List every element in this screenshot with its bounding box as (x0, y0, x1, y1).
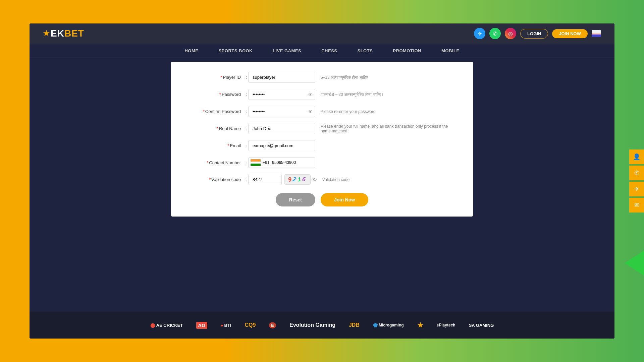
phone-flag-icon (251, 159, 261, 166)
required-marker: * (203, 109, 205, 114)
confirm-password-input-wrapper: 👁 (248, 106, 315, 117)
email-label: *Email (191, 143, 245, 148)
sidebar-user-button[interactable]: 👤 (629, 149, 644, 164)
language-flag-icon[interactable] (592, 30, 601, 37)
player-id-hint: 5–13 अल्फान्यूमेरिक होना चाहिए (321, 75, 453, 80)
player-id-row: *Player ID : 5–13 अल्फान्यूमेरिक होना चा… (191, 72, 453, 83)
nav-item-chess[interactable]: CHESS (321, 48, 337, 53)
captcha-digit-4: 6 (302, 176, 308, 183)
partner-sa-gaming: SA GAMING (469, 323, 494, 328)
arrow-svg (621, 241, 644, 285)
confirm-password-eye-icon[interactable]: 👁 (308, 109, 313, 114)
nav-item-livegames[interactable]: LIVE GAMES (273, 48, 301, 53)
user-icon: 👤 (633, 153, 640, 161)
registration-form: *Player ID : 5–13 अल्फान्यूमेरिक होना चा… (171, 62, 473, 217)
nav-item-mobile[interactable]: MOBILE (441, 48, 460, 53)
header-right: ✈ ✆ ◎ LOGIN JOIN NOW (474, 28, 601, 39)
validation-input-area: 9216 ↻ (248, 174, 317, 185)
reset-button[interactable]: Reset (276, 193, 315, 206)
telegram-icon[interactable]: ✈ (474, 28, 485, 39)
real-name-hint: Please enter your full name, and all ban… (321, 124, 453, 133)
confirm-password-input[interactable] (248, 106, 315, 117)
email-input[interactable] (248, 140, 315, 151)
validation-hint: Validation code (322, 177, 350, 182)
footer: ⬤ AE CRICKET AG ●BTI CQ9 E Evolution Gam… (30, 312, 614, 339)
instagram-icon[interactable]: ◎ (505, 28, 516, 39)
logo: ★ EKBET (43, 28, 84, 39)
captcha-refresh-icon[interactable]: ↻ (313, 176, 317, 183)
confirm-password-hint: Please re-enter your password (321, 109, 453, 114)
nav-bar: HOME SPORTS BOOK LIVE GAMES CHESS SLOTS … (30, 44, 614, 58)
nav-item-sportsbook[interactable]: SPORTS BOOK (218, 48, 253, 53)
player-id-label: *Player ID (191, 75, 245, 80)
phone-number-input[interactable] (271, 158, 308, 168)
nav-item-slots[interactable]: SLOTS (357, 48, 373, 53)
sidebar-whatsapp-button[interactable]: ✆ (629, 166, 644, 180)
partner-jdb: Evolution Gaming (289, 322, 335, 328)
validation-code-label: *Validation code (191, 177, 245, 182)
required-marker: * (219, 92, 221, 97)
sidebar-telegram-button[interactable]: ✈ (629, 182, 644, 196)
phone-country-code: +91 (263, 158, 271, 168)
real-name-row: *Real Name : Please enter your full name… (191, 123, 453, 134)
password-input-wrapper: 👁 (248, 89, 315, 100)
confirm-password-label: *Confirm Password (191, 109, 245, 114)
player-id-input[interactable] (248, 72, 315, 83)
email-sidebar-icon: ✉ (634, 201, 639, 209)
contact-number-label: *Contact Number (191, 160, 245, 165)
header: ★ EKBET ✈ ✆ ◎ LOGIN JOIN NOW (30, 23, 614, 44)
form-buttons: Reset Join Now (191, 193, 453, 206)
sidebar-email-button[interactable]: ✉ (629, 198, 644, 213)
phone-input-wrapper: +91 (248, 157, 315, 168)
join-now-header-button[interactable]: JOIN NOW (552, 29, 588, 38)
logo-star-icon: ★ (43, 29, 50, 38)
required-marker: * (209, 177, 211, 182)
nav-item-home[interactable]: HOME (184, 48, 198, 53)
password-input[interactable] (248, 89, 315, 100)
separator: : (245, 160, 248, 165)
contact-number-row: *Contact Number : +91 (191, 157, 453, 168)
content-area: *Player ID : 5–13 अल्फान्यूमेरिक होना चा… (30, 58, 614, 312)
separator: : (245, 109, 248, 114)
validation-code-row: *Validation code : 9216 ↻ Validation cod… (191, 174, 453, 185)
confirm-password-row: *Confirm Password : 👁 Please re-enter yo… (191, 106, 453, 117)
password-hint: पासवर्ड 8 – 20 अल्फान्यूमेरिक होना चाहिए… (321, 92, 453, 97)
join-now-button[interactable]: Join Now (321, 193, 368, 206)
separator: : (245, 143, 248, 148)
partner-eplaytech: ePlaytech (437, 323, 455, 327)
right-sidebar: 👤 ✆ ✈ ✉ (629, 149, 644, 213)
partner-ae-cricket: ⬤ AE CRICKET (150, 323, 183, 328)
partner-ag: AG (196, 322, 207, 329)
separator: : (245, 92, 248, 97)
logo-bet: BET (64, 28, 84, 39)
logo-ek: EK (51, 28, 64, 39)
password-row: *Password : 👁 पासवर्ड 8 – 20 अल्फान्यूमे… (191, 89, 453, 100)
separator: : (245, 126, 248, 131)
required-marker: * (220, 75, 222, 80)
login-button[interactable]: LOGIN (520, 29, 548, 39)
player-id-input-wrapper (248, 72, 315, 83)
arrow-annotation (621, 241, 644, 285)
partner-bti: ●BTI (221, 323, 231, 328)
required-marker: * (217, 126, 218, 131)
required-marker: * (207, 160, 208, 165)
partner-evolution: E (269, 322, 276, 328)
separator: : (245, 75, 248, 80)
partner-jili: JDB (349, 322, 360, 328)
nav-item-promotion[interactable]: PROMOTION (393, 48, 421, 53)
separator: : (245, 177, 248, 182)
captcha-image: 9216 (284, 174, 311, 185)
telegram-sidebar-icon: ✈ (634, 185, 639, 193)
whatsapp-icon[interactable]: ✆ (489, 28, 501, 39)
password-eye-icon[interactable]: 👁 (308, 92, 313, 97)
real-name-input-wrapper (248, 123, 315, 134)
partner-microgaming: ⬟ Microgaming (373, 322, 404, 328)
real-name-input[interactable] (248, 123, 315, 134)
email-input-wrapper (248, 140, 315, 151)
validation-code-input[interactable] (248, 174, 282, 185)
email-row: *Email : (191, 140, 453, 151)
svg-marker-0 (625, 248, 644, 278)
partner-star: ★ (417, 321, 423, 329)
partner-cq9: CQ9 (245, 322, 256, 328)
password-label: *Password (191, 92, 245, 97)
